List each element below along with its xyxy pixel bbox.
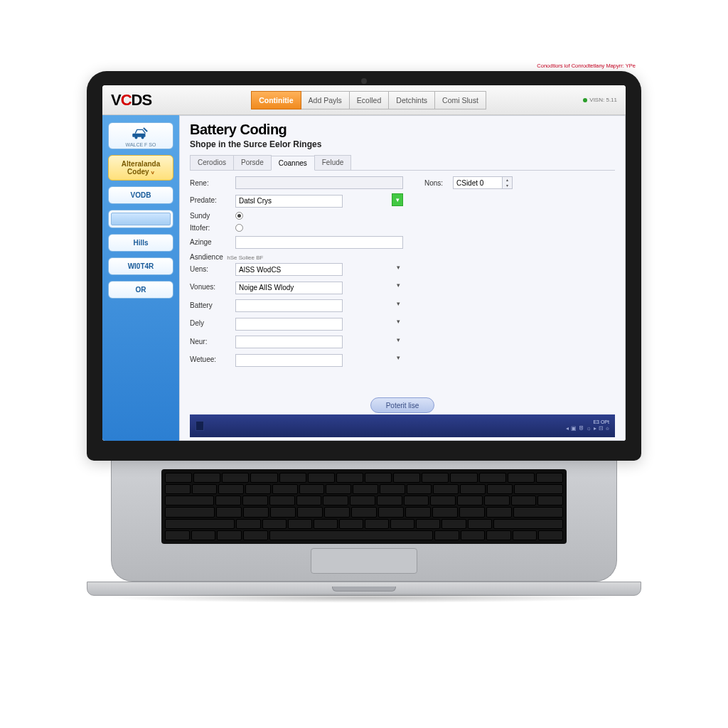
predate-dropdown-icon[interactable]: ▾ [392, 193, 403, 206]
sidebar-code-tile[interactable]: Alteralanda Codey v [108, 155, 173, 181]
neur-select[interactable] [235, 336, 343, 348]
svg-point-1 [135, 136, 138, 139]
sidebar: WALCE F SO Alteralanda Codey v VODB Hill… [102, 115, 179, 441]
app-logo: VCDS [111, 91, 151, 109]
predate-label: Predate: [190, 196, 235, 204]
tray-prev-icon[interactable]: ◂ [566, 426, 569, 432]
sidebar-vodb-tile[interactable]: VODB [108, 186, 173, 204]
nav-ecolled-button[interactable]: Ecolled [350, 91, 389, 109]
status-dot-icon [583, 98, 587, 102]
aziage-label: Azinge [190, 238, 235, 246]
keyboard-icon [161, 469, 567, 544]
logo-v: V [111, 91, 121, 109]
sidebar-card-tile[interactable] [108, 210, 173, 228]
page-title: Battery Coding [190, 122, 615, 138]
nons-input[interactable] [453, 176, 503, 189]
uens-label: Uens: [190, 265, 235, 273]
submit-button[interactable]: Poterit lise [370, 397, 434, 413]
spin-up-icon[interactable]: ▴ [503, 177, 512, 183]
asndience-label: Asndience [190, 253, 223, 261]
sidebar-tool-tile[interactable]: WALCE F SO [108, 122, 173, 149]
nav-detchints-button[interactable]: Detchints [389, 91, 435, 109]
neur-label: Neur: [190, 338, 235, 346]
asndience-section: Asndience hSe Soliee BF [190, 253, 403, 261]
nons-stepper[interactable]: ▴▾ [503, 176, 513, 189]
battery-label: Battery [190, 301, 235, 309]
spin-down-icon[interactable]: ▾ [503, 183, 512, 188]
sidebar-wiot-tile[interactable]: WI0T4R [108, 257, 173, 275]
footer-meta-1: E3 OPt [566, 419, 609, 425]
status-bar-flag-icon [196, 421, 204, 431]
aziage-input[interactable] [235, 236, 403, 249]
dely-label: Dely [190, 319, 235, 327]
status-text: VISN: 5.11 [589, 97, 617, 103]
tray-doc-icon[interactable]: ▣ [571, 426, 577, 432]
vonus-label: Vonues: [190, 283, 235, 291]
tray-shield-icon[interactable]: ⛨ [579, 426, 584, 432]
intofer-label: Ittofer: [190, 224, 235, 232]
wetue-select[interactable] [235, 354, 343, 367]
logo-ds: DS [132, 91, 152, 109]
card-icon [111, 213, 171, 225]
subtab-bar: Cerodios Porsde Coannes Felude [190, 155, 615, 171]
rene-input[interactable] [235, 176, 403, 189]
logo-c: C [121, 91, 132, 109]
laptop-deck [111, 461, 617, 582]
intofer-radio[interactable] [235, 224, 243, 232]
top-nav: Continitie Add Payls Ecolled Detchints C… [251, 91, 486, 109]
asndience-hint: hSe Soliee BF [227, 255, 263, 261]
wetue-label: Wetuee: [190, 355, 235, 363]
sidebar-code-sub: v [151, 169, 154, 176]
svg-point-2 [141, 136, 144, 139]
page-subtitle: Shope in the Surce Eelor Ringes [190, 139, 615, 149]
titlebar: VCDS Continitie Add Payls Ecolled Detchi… [102, 85, 626, 115]
subtab-porsde[interactable]: Porsde [233, 155, 272, 170]
nav-comi-button[interactable]: Comi Slust [435, 91, 486, 109]
form-area: Rene: Predate: ▾ Sun [190, 171, 615, 393]
nav-add-button[interactable]: Add Payls [301, 91, 350, 109]
tray-play-icon[interactable]: ▸ [594, 426, 596, 432]
subtab-cerodios[interactable]: Cerodios [190, 155, 234, 170]
dely-select[interactable] [235, 318, 343, 331]
wrench-car-icon [132, 126, 150, 140]
sidebar-hills-tile[interactable]: Hills [108, 234, 173, 252]
sidebar-tool-sublabel: WALCE F SO [110, 142, 171, 147]
status-bar: E3 OPt ◂ ▣ ⛨ ☼ ▸ ⊟ ⌾ [190, 414, 615, 437]
sidebar-code-line2: Codey [127, 168, 149, 176]
sidebar-code-line1: Alteralanda [122, 160, 160, 168]
sidebar-or-tile[interactable]: OR [108, 281, 173, 299]
sundy-radio[interactable] [235, 212, 243, 220]
subtab-coannes[interactable]: Coannes [271, 156, 315, 171]
uens-select[interactable] [235, 263, 343, 276]
trackpad-icon [311, 548, 417, 574]
sundy-label: Sundy [190, 212, 235, 220]
tray-disk-icon[interactable]: ⊟ [599, 426, 604, 432]
rene-label: Rene: [190, 179, 235, 187]
predate-select[interactable] [235, 195, 343, 208]
subtab-felude[interactable]: Felude [314, 155, 352, 170]
nav-continue-button[interactable]: Continitie [251, 91, 301, 109]
vonus-select[interactable] [235, 282, 343, 294]
nons-label: Nons: [424, 179, 453, 187]
connection-status: VISN: 5.11 [583, 97, 617, 103]
main-panel: Battery Coding Shope in the Surce Eelor … [179, 115, 626, 441]
footer-tray-icons: ◂ ▣ ⛨ ☼ ▸ ⊟ ⌾ [566, 426, 609, 432]
tray-net-icon[interactable]: ⌾ [606, 426, 609, 432]
tray-settings-icon[interactable]: ☼ [587, 426, 592, 432]
battery-select[interactable] [235, 299, 343, 312]
